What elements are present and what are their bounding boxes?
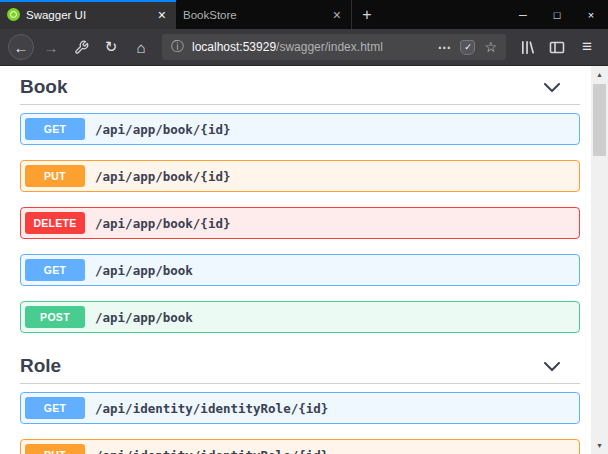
swagger-logo-icon xyxy=(7,8,20,21)
sidebar-toggle-icon[interactable] xyxy=(544,34,570,60)
url-path: /swagger/index.html xyxy=(276,40,383,54)
menu-button[interactable]: ≡ xyxy=(574,34,600,60)
wrench-icon[interactable] xyxy=(68,34,94,60)
reload-button[interactable]: ↻ xyxy=(98,34,124,60)
section-header[interactable]: Book xyxy=(20,70,580,105)
method-badge: GET xyxy=(25,118,85,140)
close-button[interactable]: × xyxy=(574,0,608,29)
maximize-button[interactable]: □ xyxy=(540,0,574,29)
endpoint-row[interactable]: GET /api/app/book xyxy=(20,254,580,286)
forward-button[interactable]: → xyxy=(38,34,64,60)
window-controls: ─ □ × xyxy=(506,0,608,29)
endpoint-path: /api/identity/identityRole/{id} xyxy=(95,401,328,416)
url-host: localhost:53929 xyxy=(192,40,276,54)
page-content: Book GET /api/app/book/{id} PUT /api/app… xyxy=(0,66,608,454)
endpoint-path: /api/app/book/{id} xyxy=(95,216,230,231)
tab-close-icon[interactable]: × xyxy=(155,8,169,22)
swagger-sections: Book GET /api/app/book/{id} PUT /api/app… xyxy=(0,66,591,454)
back-button[interactable]: ← xyxy=(8,34,34,60)
endpoint-path: /api/app/book/{id} xyxy=(95,122,230,137)
browser-window: Swagger UI × BookStore × + ─ □ × ← → ↻ ⌂… xyxy=(0,0,608,454)
method-badge: PUT xyxy=(25,444,85,454)
tab-title: Swagger UI xyxy=(26,9,155,21)
endpoint-row[interactable]: GET /api/identity/identityRole/{id} xyxy=(20,392,580,424)
navigation-toolbar: ← → ↻ ⌂ ⓘ localhost:53929/swagger/index.… xyxy=(0,29,608,66)
endpoint-row[interactable]: DELETE /api/app/book/{id} xyxy=(20,207,580,239)
api-section: Book GET /api/app/book/{id} PUT /api/app… xyxy=(20,70,580,333)
minimize-button[interactable]: ─ xyxy=(506,0,540,29)
shield-check-icon[interactable]: ✓ xyxy=(460,40,475,55)
endpoint-row[interactable]: PUT /api/app/book/{id} xyxy=(20,160,580,192)
endpoint-path: /api/identity/identityRole/{id} xyxy=(95,448,328,454)
library-icon[interactable] xyxy=(514,34,540,60)
chevron-down-icon[interactable] xyxy=(544,83,560,92)
scroll-up-arrow[interactable]: ▲ xyxy=(591,66,608,83)
method-badge: PUT xyxy=(25,165,85,187)
scrollbar-thumb[interactable] xyxy=(593,84,606,156)
section-header[interactable]: Role xyxy=(20,349,580,384)
tab-close-icon[interactable]: × xyxy=(330,8,344,22)
tab-swagger-ui[interactable]: Swagger UI × xyxy=(0,0,176,29)
method-badge: GET xyxy=(25,397,85,419)
endpoint-list: GET /api/app/book/{id} PUT /api/app/book… xyxy=(20,113,580,333)
url-bar[interactable]: ⓘ localhost:53929/swagger/index.html ⋯ ✓… xyxy=(162,34,506,60)
url-bar-actions: ⋯ ✓ ☆ xyxy=(437,39,497,55)
chevron-down-icon[interactable] xyxy=(544,362,560,371)
page-info-icon[interactable]: ⓘ xyxy=(171,38,184,56)
home-button[interactable]: ⌂ xyxy=(128,34,154,60)
new-tab-button[interactable]: + xyxy=(352,0,382,29)
page-actions-icon[interactable]: ⋯ xyxy=(437,39,451,55)
endpoint-row[interactable]: POST /api/app/book xyxy=(20,301,580,333)
endpoint-row[interactable]: PUT /api/identity/identityRole/{id} xyxy=(20,439,580,454)
method-badge: GET xyxy=(25,259,85,281)
endpoint-path: /api/app/book xyxy=(95,310,193,325)
method-badge: POST xyxy=(25,306,85,328)
endpoint-row[interactable]: GET /api/app/book/{id} xyxy=(20,113,580,145)
bookmark-star-icon[interactable]: ☆ xyxy=(484,39,497,55)
scroll-down-arrow[interactable]: ▼ xyxy=(591,437,608,454)
titlebar: Swagger UI × BookStore × + ─ □ × xyxy=(0,0,608,29)
tab-bookstore[interactable]: BookStore × xyxy=(176,0,352,29)
endpoint-path: /api/app/book/{id} xyxy=(95,169,230,184)
api-section: Role GET /api/identity/identityRole/{id}… xyxy=(20,349,580,454)
method-badge: DELETE xyxy=(25,212,85,234)
section-title: Book xyxy=(20,76,68,98)
endpoint-path: /api/app/book xyxy=(95,263,193,278)
tab-title: BookStore xyxy=(183,9,330,21)
vertical-scrollbar[interactable]: ▲ ▼ xyxy=(591,66,608,454)
endpoint-list: GET /api/identity/identityRole/{id} PUT … xyxy=(20,392,580,454)
section-title: Role xyxy=(20,355,61,377)
url-text[interactable]: localhost:53929/swagger/index.html xyxy=(192,40,431,54)
